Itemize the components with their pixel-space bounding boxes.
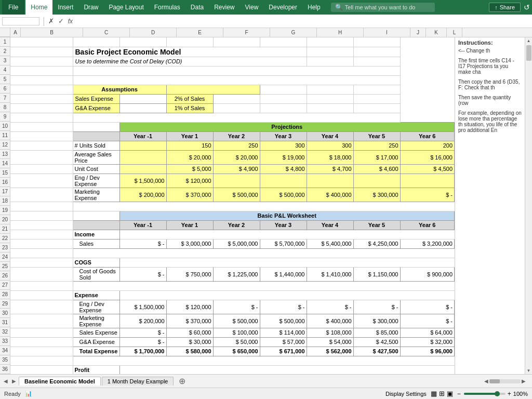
table-row: Assumptions — [10, 85, 455, 94]
share-button[interactable]: ↑ Share — [489, 3, 521, 12]
unit-cost-label: Unit Cost — [73, 164, 119, 174]
formula-input[interactable] — [75, 18, 532, 25]
income-label: Income — [73, 230, 119, 239]
table-row: Eng / Dev Expense $ 1,500,000 $ 120,000 … — [10, 300, 455, 314]
scrollbar-thumb[interactable] — [526, 45, 531, 61]
sheet-body: 1 2 3 4 5 6 7 8 9 10 11 12 13 14 15 16 1… — [0, 37, 532, 374]
ribbon-right-actions: ↑ Share ↺ — [489, 3, 530, 12]
instructions-line1: <-- Change th — [458, 48, 522, 54]
zoom-out-icon[interactable]: − — [457, 390, 461, 397]
row-num-18: 18 — [0, 196, 10, 206]
tab-insert[interactable]: Insert — [52, 0, 78, 15]
col-header-h[interactable]: H — [317, 28, 364, 37]
tab-left-arrow[interactable]: ◀ — [2, 378, 9, 384]
display-settings-button[interactable]: Display Settings — [385, 391, 427, 397]
sales-label: Sales — [73, 239, 119, 248]
col-header-i[interactable]: I — [364, 28, 410, 37]
spreadsheet-table: Basic Project Economic Model Use to dete… — [10, 37, 455, 374]
tab-review[interactable]: Review — [209, 0, 240, 15]
h-scroll-right[interactable]: ▶ — [522, 378, 526, 384]
col-header-e[interactable]: E — [177, 28, 223, 37]
tab-right-arrow[interactable]: ▶ — [10, 378, 18, 384]
ribbon-top-row: File Home Insert Draw Page Layout Formul… — [0, 0, 532, 15]
row-num-25: 25 — [0, 262, 10, 271]
scrollbar-up-arrow[interactable]: ▲ — [526, 37, 532, 44]
row-num-33: 33 — [0, 337, 10, 346]
tab-view[interactable]: View — [240, 0, 264, 15]
row-num-28: 28 — [0, 290, 10, 299]
tab-data[interactable]: Data — [185, 0, 209, 15]
col-header-b[interactable]: B — [21, 28, 83, 37]
ga-expense-label: G&A Expense — [73, 103, 119, 113]
assumptions-header: Assumptions — [73, 85, 166, 94]
col-header-a[interactable]: A — [10, 28, 21, 37]
col-header-j[interactable]: J — [410, 28, 426, 37]
col-header-k[interactable]: K — [426, 28, 447, 37]
col-header-g[interactable]: G — [270, 28, 317, 37]
horizontal-scrollbar[interactable]: ◀ ▶ — [484, 378, 526, 384]
zoom-slider[interactable] — [464, 393, 506, 395]
tab-page-layout[interactable]: Page Layout — [103, 0, 149, 15]
table-row: Basic P&L Worksheet — [10, 211, 455, 220]
sheet-tab-baseline[interactable]: Baseline Economic Model — [19, 377, 101, 385]
row-num-22: 22 — [0, 234, 10, 243]
view-page-layout-icon[interactable]: ▣ — [447, 390, 453, 397]
tab-draw[interactable]: Draw — [78, 0, 103, 15]
table-row — [10, 75, 455, 85]
col-header-c[interactable]: C — [83, 28, 130, 37]
view-normal-icon[interactable]: ▦ — [431, 390, 437, 397]
proj-year-3: Year 3 — [260, 131, 307, 141]
h-scroll-left[interactable]: ◀ — [484, 378, 488, 384]
file-tab[interactable]: File — [2, 0, 24, 15]
units-sold-y3: 300 — [260, 141, 307, 150]
search-icon: 🔍 — [335, 4, 343, 11]
table-row: Expense — [10, 290, 455, 300]
row-num-20: 20 — [0, 215, 10, 224]
scrollbar-down-arrow[interactable]: ▼ — [526, 367, 532, 374]
row-num-8: 8 — [0, 103, 10, 112]
table-row: Total Expense $ 1,700,000 $ 580,000 $ 65… — [10, 347, 455, 356]
name-box[interactable]: M66 — [2, 17, 39, 25]
row-num-2: 2 — [0, 47, 10, 56]
tab-developer[interactable]: Developer — [263, 0, 302, 15]
row-num-7: 7 — [0, 94, 10, 103]
instructions-line5: For example, depending on lose more tha … — [458, 110, 522, 133]
history-icon[interactable]: ↺ — [524, 3, 530, 11]
table-row — [10, 37, 455, 47]
tab-help[interactable]: Help — [302, 0, 326, 15]
share-icon: ↑ — [495, 4, 498, 10]
col-header-d[interactable]: D — [130, 28, 177, 37]
cancel-icon[interactable]: ✗ — [46, 17, 56, 25]
row-num-4: 4 — [0, 65, 10, 75]
h-scroll-track[interactable] — [489, 379, 521, 383]
zoom-in-icon[interactable]: + — [508, 390, 511, 397]
col-header-l[interactable]: L — [447, 28, 462, 37]
row-num-13: 13 — [0, 150, 10, 159]
proj-year-1: Year 1 — [166, 131, 213, 141]
fx-icon[interactable]: fx — [66, 18, 75, 25]
table-row: Eng / Dev Expense $ 1,500,000 $ 120,000 — [10, 174, 455, 188]
proj-year-4: Year 4 — [307, 131, 353, 141]
view-page-break-icon[interactable]: ⊞ — [439, 390, 445, 397]
add-sheet-button[interactable]: ⊕ — [175, 375, 190, 388]
cells-area[interactable]: Basic Project Economic Model Use to dete… — [10, 37, 455, 374]
row-numbers: 1 2 3 4 5 6 7 8 9 10 11 12 13 14 15 16 1… — [0, 37, 10, 374]
table-row: G&A Expense $ - $ 30,000 $ 50,000 $ 57,0… — [10, 337, 455, 347]
row-num-19: 19 — [0, 206, 10, 215]
search-placeholder[interactable]: Tell me what you want to do — [345, 4, 416, 10]
units-sold-ym1 — [119, 141, 166, 150]
col-header-f[interactable]: F — [223, 28, 270, 37]
title-cell: Basic Project Economic Model — [73, 47, 307, 57]
tab-home[interactable]: Home — [25, 0, 52, 15]
vertical-scrollbar[interactable]: ▲ ▼ — [525, 37, 532, 374]
table-row — [10, 113, 455, 122]
row-num-21: 21 — [0, 224, 10, 234]
table-row: Marketing Expense $ 200,000 $ 370,000 $ … — [10, 314, 455, 328]
confirm-icon[interactable]: ✓ — [56, 17, 66, 25]
tab-formulas[interactable]: Formulas — [149, 0, 185, 15]
zoom-slider-thumb[interactable] — [495, 391, 500, 396]
table-row — [10, 281, 455, 290]
sheet-tab-delay[interactable]: 1 Month Delay Example — [102, 377, 174, 385]
pl-header: Basic P&L Worksheet — [119, 211, 455, 220]
row-num-24: 24 — [0, 252, 10, 262]
